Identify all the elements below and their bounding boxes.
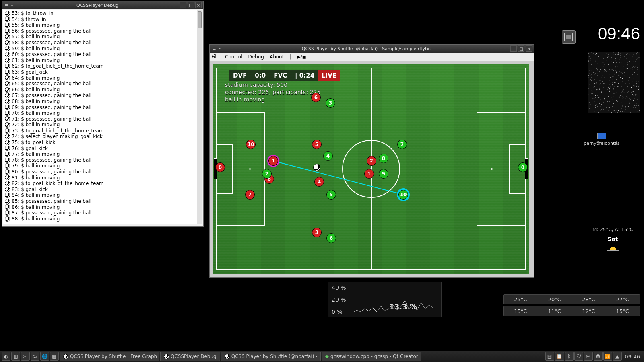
taskbar-task[interactable]: QCSS Player by Shuffle (@nbatfai) - (221, 352, 321, 361)
log-line[interactable]: 74: $ select_player_making_goal_kick (3, 134, 202, 140)
maximize-button[interactable]: □ (518, 45, 524, 52)
app-icon[interactable]: ▦ (50, 352, 59, 361)
log-line[interactable]: 54: $ throw_in (3, 16, 202, 23)
taskbar-task[interactable]: QCSSPlayer Debug (160, 352, 220, 361)
ball-icon[interactable] (313, 164, 320, 171)
log-line[interactable]: 75: $ to_goal_kick (3, 140, 202, 146)
log-line[interactable]: 66: $ ball in moving (3, 87, 202, 93)
browser-icon[interactable]: 🌐 (40, 352, 49, 361)
log-line[interactable]: 83: $ goal_kick (3, 187, 202, 193)
tray-network-icon[interactable]: 📶 (603, 352, 612, 361)
desktop-icon-resolution[interactable]: pernyőfelbontás (584, 133, 620, 146)
player-red-7[interactable]: 7 (245, 190, 255, 200)
scrollbar-thumb[interactable] (198, 11, 202, 28)
player-grn-5[interactable]: 5 (326, 190, 336, 200)
log-line[interactable]: 73: $ to_goal_kick_of_the_home_team (3, 128, 202, 134)
window-menu-icon[interactable]: ≡ (4, 3, 9, 8)
log-line[interactable]: 78: $ possessed, gaining the ball (3, 157, 202, 163)
log-line[interactable]: 65: $ possessed, gaining the ball (3, 81, 202, 87)
taskbar-task[interactable]: ◆qcsswindow.cpp - qcssp - Qt Creator (322, 352, 421, 361)
log-line[interactable]: 71: $ possessed, gaining the ball (3, 116, 202, 122)
player-red-0[interactable]: 0 (215, 162, 225, 172)
player-grn-8[interactable]: 8 (379, 154, 388, 163)
window-pin-icon[interactable]: • (9, 3, 15, 8)
log-line[interactable]: 77: $ ball in moving (3, 151, 202, 157)
log-line[interactable]: 68: $ ball in moving (3, 99, 202, 105)
weather-widget[interactable]: M: 25°C, A: 15°C Sat (586, 225, 640, 253)
window-pin-icon[interactable]: • (217, 46, 223, 51)
player-red-2[interactable]: 2 (367, 156, 376, 166)
player-titlebar[interactable]: ≡ • QCSS Player by Shuffle (@nbatfai) - … (210, 45, 534, 53)
log-line[interactable]: 55: $ ball in moving (3, 22, 202, 28)
player-grn-4[interactable]: 4 (323, 151, 333, 161)
cpu-usage-widget[interactable]: 40 % 20 % 0 % 13.3 % (328, 282, 442, 317)
log-line[interactable]: 86: $ ball in moving (3, 204, 202, 210)
log-line[interactable]: 80: $ possessed, gaining the ball (3, 169, 202, 175)
start-menu-icon[interactable]: ◐ (2, 352, 10, 361)
forecast-widget[interactable]: 25°C 20°C 28°C 27°C 15°C 11°C 12°C 15°C (503, 294, 640, 318)
tray-scissors-icon[interactable]: ✂ (584, 352, 593, 361)
log-line[interactable]: 81: $ ball in moving (3, 175, 202, 181)
menu-control[interactable]: Control (225, 54, 242, 60)
tray-clipboard-icon[interactable]: 📋 (555, 352, 564, 361)
log-line[interactable]: 53: $ to_throw_in (3, 10, 202, 16)
log-line[interactable]: 82: $ to_goal_kick_of_the_home_team (3, 181, 202, 187)
log-line[interactable]: 87: $ possessed, gaining the ball (3, 210, 202, 216)
menu-debug[interactable]: Debug (248, 54, 264, 60)
taskbar-clock[interactable]: 09:46 (623, 354, 642, 360)
player-red-5[interactable]: 5 (312, 140, 322, 149)
player-red-10[interactable]: 10 (246, 140, 256, 149)
close-button[interactable]: × (195, 2, 202, 8)
log-line[interactable]: 70: $ ball in moving (3, 110, 202, 116)
log-line[interactable]: 88: $ ball in moving (3, 216, 202, 222)
log-line[interactable]: 58: $ possessed, gaining the ball (3, 40, 202, 46)
player-grn-9[interactable]: 9 (379, 169, 388, 179)
log-line[interactable]: 64: $ ball in moving (3, 75, 202, 81)
tray-bluetooth-icon[interactable]: ᛒ (565, 352, 574, 361)
taskbar-task[interactable]: QCSS Player by Shuffle | Free Graph (60, 352, 159, 361)
play-stop-button[interactable]: ▶/◼ (297, 54, 306, 60)
menu-file[interactable]: File (211, 54, 219, 60)
player-red-1[interactable]: 1 (268, 156, 278, 166)
log-line[interactable]: 85: $ possessed, gaining the ball (3, 198, 202, 204)
player-grn-7[interactable]: 7 (397, 140, 407, 149)
log-line[interactable]: 60: $ possessed, gaining the ball (3, 51, 202, 58)
player-red-3[interactable]: 3 (312, 228, 322, 237)
terminal-icon[interactable]: >_ (21, 352, 30, 361)
tray-drive-icon[interactable]: ⛃ (594, 352, 603, 361)
show-desktop-icon[interactable]: ▥ (11, 352, 20, 361)
player-red-6[interactable]: 6 (311, 93, 321, 102)
log-line[interactable]: 72: $ ball in moving (3, 122, 202, 128)
scrollbar[interactable] (197, 10, 202, 224)
player-grn-10[interactable]: 10 (398, 190, 408, 200)
log-line[interactable]: 63: $ goal_kick (3, 69, 202, 75)
soccer-pitch[interactable]: DVF 0:0 FVC | 0:24 LIVE stadium capacity… (213, 64, 529, 274)
log-line[interactable]: 67: $ possessed, gaining the ball (3, 93, 202, 99)
debug-log-list[interactable]: 53: $ to_throw_in54: $ throw_in55: $ bal… (3, 10, 202, 224)
player-grn-2[interactable]: 2 (262, 169, 272, 179)
minimize-button[interactable]: – (510, 45, 517, 52)
log-line[interactable]: 84: $ ball in moving (3, 192, 202, 198)
minimize-button[interactable]: – (180, 2, 186, 8)
log-line[interactable]: 61: $ ball in moving (3, 58, 202, 64)
log-line[interactable]: 62: $ to_goal_kick_of_the_home_team (3, 63, 202, 69)
close-button[interactable]: × (526, 45, 532, 52)
hardware-monitor-icon[interactable] (562, 30, 576, 44)
log-line[interactable]: 69: $ possessed, gaining the ball (3, 105, 202, 111)
player-red-1[interactable]: 1 (364, 169, 374, 179)
maximize-button[interactable]: □ (188, 2, 194, 8)
debug-titlebar[interactable]: ≡ • QCSSPlayer Debug – □ × (2, 1, 203, 9)
log-line[interactable]: 59: $ ball in moving (3, 46, 202, 52)
tray-shield-icon[interactable]: 🛡 (574, 352, 583, 361)
log-line[interactable]: 57: $ ball in moving (3, 34, 202, 40)
player-grn-6[interactable]: 6 (326, 233, 336, 243)
player-red-4[interactable]: 4 (314, 177, 324, 187)
player-grn-0[interactable]: 0 (518, 162, 528, 172)
player-grn-3[interactable]: 3 (326, 98, 335, 108)
menu-about[interactable]: About (270, 54, 284, 60)
tray-notify-icon[interactable]: ▲ (613, 352, 622, 361)
tray-workspace-icon[interactable]: ▦ (545, 352, 554, 361)
log-line[interactable]: 79: $ ball in moving (3, 163, 202, 169)
log-line[interactable]: 76: $ goal_kick (3, 146, 202, 152)
files-icon[interactable]: 🗂 (31, 352, 39, 361)
